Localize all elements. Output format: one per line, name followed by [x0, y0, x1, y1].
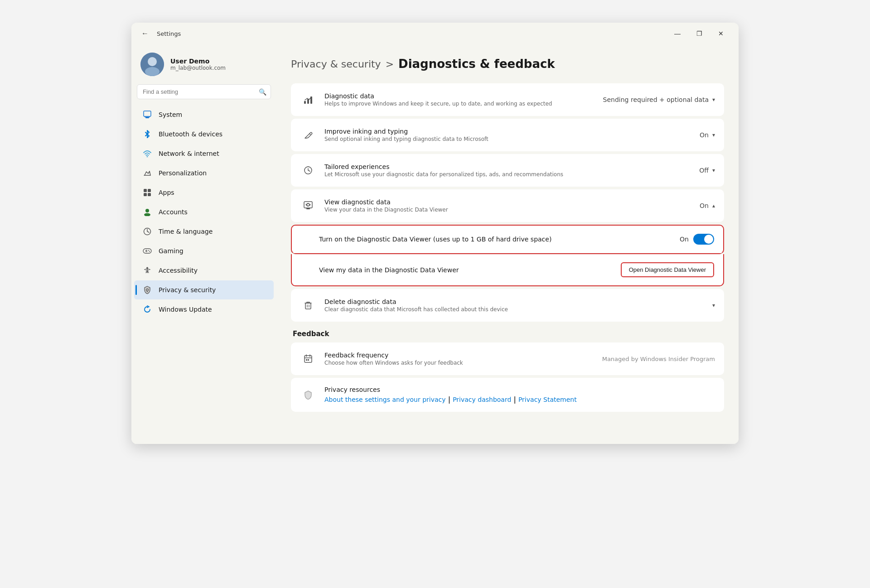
- privacy-resources-icon: [300, 387, 316, 403]
- svg-point-2: [145, 67, 160, 76]
- delete-diagnostic-row[interactable]: Delete diagnostic data Clear diagnostic …: [291, 289, 724, 322]
- svg-rect-26: [305, 208, 311, 208]
- privacy-resources-title: Privacy resources: [324, 386, 715, 393]
- svg-point-17: [146, 267, 148, 269]
- inking-text: Improve inking and typing Send optional …: [324, 128, 691, 142]
- tailored-icon: [300, 162, 316, 178]
- tailored-status: Off: [699, 167, 709, 174]
- user-email: m_lab@outlook.com: [170, 65, 226, 71]
- svg-point-16: [149, 251, 150, 252]
- sidebar-item-personalization[interactable]: Personalization: [134, 164, 274, 183]
- toggle-viewer-row[interactable]: Turn on the Diagnostic Data Viewer (uses…: [292, 226, 723, 253]
- highlighted-viewer-section: Turn on the Diagnostic Data Viewer (uses…: [291, 225, 724, 254]
- feedback-section-label: Feedback: [291, 330, 724, 338]
- sidebar-item-time[interactable]: Time & language: [134, 222, 274, 241]
- nav-list: System Bluetooth & devices Network & int…: [131, 105, 276, 319]
- svg-point-15: [148, 250, 149, 251]
- titlebar: ← Settings — ❐ ✕: [131, 23, 739, 44]
- delete-diagnostic-subtitle: Clear diagnostic data that Microsoft has…: [324, 306, 704, 313]
- sidebar-label-apps: Apps: [159, 189, 174, 196]
- tailored-card: Tailored experiences Let Microsoft use y…: [291, 154, 724, 187]
- view-diagnostic-row[interactable]: View diagnostic data View your data in t…: [291, 189, 724, 222]
- sidebar-label-gaming: Gaming: [159, 247, 184, 255]
- svg-point-1: [148, 57, 157, 66]
- personalization-icon: [142, 168, 152, 178]
- update-icon: [142, 304, 152, 314]
- svg-rect-19: [304, 101, 306, 104]
- user-profile[interactable]: User Demo m_lab@outlook.com: [131, 44, 276, 84]
- sidebar-item-privacy[interactable]: Privacy & security: [134, 280, 274, 299]
- feedback-freq-text: Feedback frequency Choose how often Wind…: [324, 352, 594, 366]
- sidebar-item-network[interactable]: Network & internet: [134, 144, 274, 163]
- inking-chevron: ▾: [712, 132, 715, 138]
- gaming-icon: [142, 246, 152, 256]
- open-viewer-row: View my data in the Diagnostic Data View…: [291, 254, 724, 286]
- sidebar: User Demo m_lab@outlook.com 🔍 System: [131, 44, 276, 444]
- svg-rect-25: [306, 208, 310, 209]
- sidebar-item-bluetooth[interactable]: Bluetooth & devices: [134, 125, 274, 144]
- privacy-icon: [142, 285, 152, 295]
- svg-rect-4: [145, 117, 149, 118]
- sidebar-item-system[interactable]: System: [134, 105, 274, 124]
- sidebar-item-accessibility[interactable]: Accessibility: [134, 261, 274, 280]
- svg-rect-3: [144, 111, 151, 116]
- feedback-frequency-row[interactable]: Feedback frequency Choose how often Wind…: [291, 342, 724, 375]
- sidebar-item-update[interactable]: Windows Update: [134, 300, 274, 319]
- svg-point-6: [147, 156, 148, 158]
- search-icon: 🔍: [259, 88, 266, 96]
- view-diagnostic-card: View diagnostic data View your data in t…: [291, 189, 724, 222]
- diagnostic-data-card: Diagnostic data Helps to improve Windows…: [291, 83, 724, 116]
- privacy-link-about[interactable]: About these settings and your privacy: [324, 396, 446, 403]
- privacy-resources-card: Privacy resources About these settings a…: [291, 378, 724, 412]
- close-button[interactable]: ✕: [710, 26, 731, 41]
- breadcrumb-separator: >: [386, 58, 394, 70]
- viewer-toggle[interactable]: [693, 234, 714, 245]
- tailored-text: Tailored experiences Let Microsoft use y…: [324, 163, 691, 178]
- toggle-on-label: On: [680, 236, 689, 243]
- time-icon: [142, 227, 152, 236]
- delete-diagnostic-title: Delete diagnostic data: [324, 298, 704, 305]
- breadcrumb-current: Diagnostics & feedback: [398, 57, 555, 71]
- user-info: User Demo m_lab@outlook.com: [170, 58, 226, 71]
- svg-rect-10: [148, 193, 151, 196]
- open-diagnostic-viewer-button[interactable]: Open Diagnostic Data Viewer: [621, 262, 714, 277]
- privacy-resources-row: Privacy resources About these settings a…: [291, 378, 724, 412]
- inking-row[interactable]: Improve inking and typing Send optional …: [291, 119, 724, 151]
- delete-diagnostic-text: Delete diagnostic data Clear diagnostic …: [324, 298, 704, 313]
- breadcrumb-parent[interactable]: Privacy & security: [291, 58, 381, 70]
- privacy-link-dashboard[interactable]: Privacy dashboard: [453, 396, 511, 403]
- search-input[interactable]: [137, 84, 271, 99]
- accessibility-icon: [142, 265, 152, 275]
- view-diagnostic-title: View diagnostic data: [324, 198, 691, 206]
- inking-icon: [300, 127, 316, 143]
- sidebar-item-accounts[interactable]: Accounts: [134, 202, 274, 222]
- view-diagnostic-value: On ▴: [700, 202, 715, 209]
- inking-title: Improve inking and typing: [324, 128, 691, 135]
- sidebar-item-gaming[interactable]: Gaming: [134, 241, 274, 260]
- network-icon: [142, 149, 152, 159]
- view-my-data-label: View my data in the Diagnostic Data View…: [319, 266, 621, 274]
- diagnostic-data-icon: [300, 92, 316, 108]
- svg-rect-9: [144, 193, 147, 196]
- diagnostic-data-text: Diagnostic data Helps to improve Windows…: [324, 92, 595, 107]
- sidebar-label-accessibility: Accessibility: [159, 267, 198, 274]
- diagnostic-data-title: Diagnostic data: [324, 92, 595, 100]
- tailored-row[interactable]: Tailored experiences Let Microsoft use y…: [291, 154, 724, 187]
- svg-rect-23: [304, 202, 312, 208]
- privacy-link-statement[interactable]: Privacy Statement: [518, 396, 577, 403]
- diagnostic-data-status: Sending required + optional data: [603, 96, 709, 103]
- inking-value: On ▾: [700, 131, 715, 139]
- sidebar-item-apps[interactable]: Apps: [134, 183, 274, 202]
- view-diagnostic-status: On: [700, 202, 709, 209]
- breadcrumb: Privacy & security > Diagnostics & feedb…: [291, 57, 724, 71]
- delete-diagnostic-card: Delete diagnostic data Clear diagnostic …: [291, 289, 724, 322]
- back-button[interactable]: ←: [139, 27, 151, 40]
- svg-rect-7: [144, 189, 147, 192]
- svg-rect-5: [145, 117, 150, 117]
- maximize-button[interactable]: ❐: [689, 26, 710, 41]
- diagnostic-data-value: Sending required + optional data ▾: [603, 96, 715, 103]
- diagnostic-data-row[interactable]: Diagnostic data Helps to improve Windows…: [291, 83, 724, 116]
- view-diagnostic-chevron: ▴: [712, 202, 715, 209]
- minimize-button[interactable]: —: [667, 26, 688, 41]
- sidebar-label-privacy: Privacy & security: [159, 286, 216, 294]
